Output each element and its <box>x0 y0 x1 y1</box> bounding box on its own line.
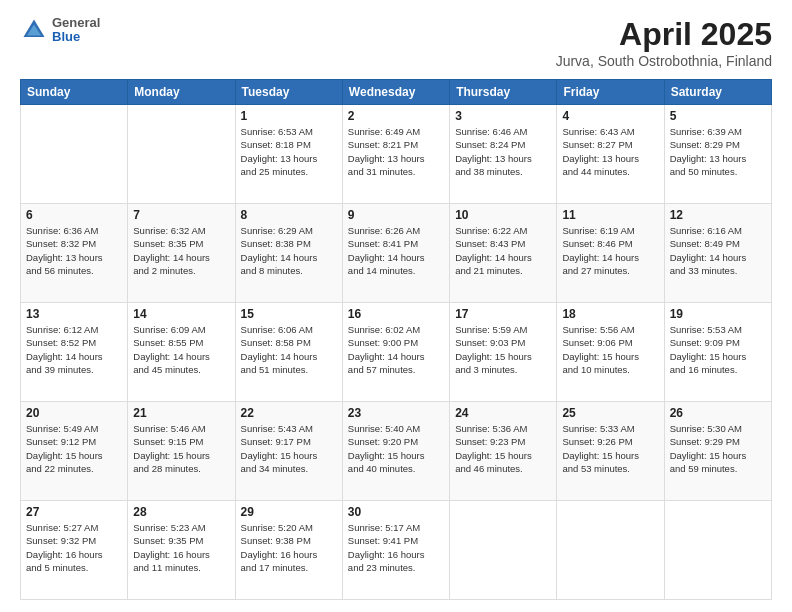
calendar-week-3: 20Sunrise: 5:49 AM Sunset: 9:12 PM Dayli… <box>21 402 772 501</box>
calendar-cell: 20Sunrise: 5:49 AM Sunset: 9:12 PM Dayli… <box>21 402 128 501</box>
calendar-cell: 1Sunrise: 6:53 AM Sunset: 8:18 PM Daylig… <box>235 105 342 204</box>
calendar-cell <box>664 501 771 600</box>
day-info: Sunrise: 5:56 AM Sunset: 9:06 PM Dayligh… <box>562 323 658 376</box>
day-number: 8 <box>241 208 337 222</box>
day-number: 26 <box>670 406 766 420</box>
calendar-cell: 14Sunrise: 6:09 AM Sunset: 8:55 PM Dayli… <box>128 303 235 402</box>
calendar-cell: 6Sunrise: 6:36 AM Sunset: 8:32 PM Daylig… <box>21 204 128 303</box>
logo-general: General <box>52 16 100 30</box>
calendar-header-thursday: Thursday <box>450 80 557 105</box>
day-number: 9 <box>348 208 444 222</box>
day-number: 24 <box>455 406 551 420</box>
day-info: Sunrise: 5:30 AM Sunset: 9:29 PM Dayligh… <box>670 422 766 475</box>
calendar-cell: 3Sunrise: 6:46 AM Sunset: 8:24 PM Daylig… <box>450 105 557 204</box>
calendar-cell: 23Sunrise: 5:40 AM Sunset: 9:20 PM Dayli… <box>342 402 449 501</box>
calendar-header-tuesday: Tuesday <box>235 80 342 105</box>
day-info: Sunrise: 5:27 AM Sunset: 9:32 PM Dayligh… <box>26 521 122 574</box>
calendar-cell: 11Sunrise: 6:19 AM Sunset: 8:46 PM Dayli… <box>557 204 664 303</box>
calendar-cell: 24Sunrise: 5:36 AM Sunset: 9:23 PM Dayli… <box>450 402 557 501</box>
day-number: 21 <box>133 406 229 420</box>
calendar-week-2: 13Sunrise: 6:12 AM Sunset: 8:52 PM Dayli… <box>21 303 772 402</box>
calendar-cell <box>450 501 557 600</box>
day-number: 29 <box>241 505 337 519</box>
day-number: 2 <box>348 109 444 123</box>
day-number: 14 <box>133 307 229 321</box>
main-title: April 2025 <box>556 16 772 53</box>
calendar-cell: 17Sunrise: 5:59 AM Sunset: 9:03 PM Dayli… <box>450 303 557 402</box>
day-info: Sunrise: 6:02 AM Sunset: 9:00 PM Dayligh… <box>348 323 444 376</box>
calendar-cell: 9Sunrise: 6:26 AM Sunset: 8:41 PM Daylig… <box>342 204 449 303</box>
calendar-cell <box>128 105 235 204</box>
calendar-header-monday: Monday <box>128 80 235 105</box>
day-number: 7 <box>133 208 229 222</box>
calendar-cell: 29Sunrise: 5:20 AM Sunset: 9:38 PM Dayli… <box>235 501 342 600</box>
calendar-cell: 25Sunrise: 5:33 AM Sunset: 9:26 PM Dayli… <box>557 402 664 501</box>
day-info: Sunrise: 5:23 AM Sunset: 9:35 PM Dayligh… <box>133 521 229 574</box>
calendar-header-friday: Friday <box>557 80 664 105</box>
day-number: 28 <box>133 505 229 519</box>
day-info: Sunrise: 6:26 AM Sunset: 8:41 PM Dayligh… <box>348 224 444 277</box>
day-info: Sunrise: 6:19 AM Sunset: 8:46 PM Dayligh… <box>562 224 658 277</box>
day-number: 19 <box>670 307 766 321</box>
day-number: 18 <box>562 307 658 321</box>
calendar-cell: 2Sunrise: 6:49 AM Sunset: 8:21 PM Daylig… <box>342 105 449 204</box>
day-number: 13 <box>26 307 122 321</box>
calendar-cell: 18Sunrise: 5:56 AM Sunset: 9:06 PM Dayli… <box>557 303 664 402</box>
day-info: Sunrise: 6:49 AM Sunset: 8:21 PM Dayligh… <box>348 125 444 178</box>
calendar-header-sunday: Sunday <box>21 80 128 105</box>
day-number: 16 <box>348 307 444 321</box>
day-number: 4 <box>562 109 658 123</box>
day-number: 17 <box>455 307 551 321</box>
calendar-cell: 30Sunrise: 5:17 AM Sunset: 9:41 PM Dayli… <box>342 501 449 600</box>
day-info: Sunrise: 5:40 AM Sunset: 9:20 PM Dayligh… <box>348 422 444 475</box>
day-info: Sunrise: 5:46 AM Sunset: 9:15 PM Dayligh… <box>133 422 229 475</box>
day-number: 12 <box>670 208 766 222</box>
day-info: Sunrise: 5:33 AM Sunset: 9:26 PM Dayligh… <box>562 422 658 475</box>
day-number: 5 <box>670 109 766 123</box>
logo-icon <box>20 16 48 44</box>
calendar-week-1: 6Sunrise: 6:36 AM Sunset: 8:32 PM Daylig… <box>21 204 772 303</box>
day-info: Sunrise: 6:46 AM Sunset: 8:24 PM Dayligh… <box>455 125 551 178</box>
day-info: Sunrise: 6:39 AM Sunset: 8:29 PM Dayligh… <box>670 125 766 178</box>
calendar-cell: 21Sunrise: 5:46 AM Sunset: 9:15 PM Dayli… <box>128 402 235 501</box>
day-info: Sunrise: 6:36 AM Sunset: 8:32 PM Dayligh… <box>26 224 122 277</box>
day-number: 20 <box>26 406 122 420</box>
calendar-cell: 7Sunrise: 6:32 AM Sunset: 8:35 PM Daylig… <box>128 204 235 303</box>
calendar-cell: 15Sunrise: 6:06 AM Sunset: 8:58 PM Dayli… <box>235 303 342 402</box>
day-info: Sunrise: 6:53 AM Sunset: 8:18 PM Dayligh… <box>241 125 337 178</box>
calendar-cell: 19Sunrise: 5:53 AM Sunset: 9:09 PM Dayli… <box>664 303 771 402</box>
day-info: Sunrise: 5:59 AM Sunset: 9:03 PM Dayligh… <box>455 323 551 376</box>
day-info: Sunrise: 5:17 AM Sunset: 9:41 PM Dayligh… <box>348 521 444 574</box>
calendar-cell <box>557 501 664 600</box>
logo-blue: Blue <box>52 30 100 44</box>
day-number: 25 <box>562 406 658 420</box>
calendar-cell: 12Sunrise: 6:16 AM Sunset: 8:49 PM Dayli… <box>664 204 771 303</box>
calendar-cell: 5Sunrise: 6:39 AM Sunset: 8:29 PM Daylig… <box>664 105 771 204</box>
day-number: 10 <box>455 208 551 222</box>
day-number: 27 <box>26 505 122 519</box>
title-section: April 2025 Jurva, South Ostrobothnia, Fi… <box>556 16 772 69</box>
day-number: 23 <box>348 406 444 420</box>
day-info: Sunrise: 6:29 AM Sunset: 8:38 PM Dayligh… <box>241 224 337 277</box>
calendar-header-row: SundayMondayTuesdayWednesdayThursdayFrid… <box>21 80 772 105</box>
day-info: Sunrise: 6:22 AM Sunset: 8:43 PM Dayligh… <box>455 224 551 277</box>
calendar-week-0: 1Sunrise: 6:53 AM Sunset: 8:18 PM Daylig… <box>21 105 772 204</box>
calendar-cell <box>21 105 128 204</box>
day-number: 1 <box>241 109 337 123</box>
day-number: 15 <box>241 307 337 321</box>
day-info: Sunrise: 6:06 AM Sunset: 8:58 PM Dayligh… <box>241 323 337 376</box>
calendar-table: SundayMondayTuesdayWednesdayThursdayFrid… <box>20 79 772 600</box>
logo: General Blue <box>20 16 100 45</box>
day-info: Sunrise: 5:36 AM Sunset: 9:23 PM Dayligh… <box>455 422 551 475</box>
day-number: 30 <box>348 505 444 519</box>
day-info: Sunrise: 5:53 AM Sunset: 9:09 PM Dayligh… <box>670 323 766 376</box>
calendar-header-saturday: Saturday <box>664 80 771 105</box>
day-number: 22 <box>241 406 337 420</box>
calendar-cell: 27Sunrise: 5:27 AM Sunset: 9:32 PM Dayli… <box>21 501 128 600</box>
day-info: Sunrise: 6:16 AM Sunset: 8:49 PM Dayligh… <box>670 224 766 277</box>
calendar-header-wednesday: Wednesday <box>342 80 449 105</box>
calendar-cell: 13Sunrise: 6:12 AM Sunset: 8:52 PM Dayli… <box>21 303 128 402</box>
day-number: 6 <box>26 208 122 222</box>
calendar-cell: 16Sunrise: 6:02 AM Sunset: 9:00 PM Dayli… <box>342 303 449 402</box>
day-info: Sunrise: 6:43 AM Sunset: 8:27 PM Dayligh… <box>562 125 658 178</box>
